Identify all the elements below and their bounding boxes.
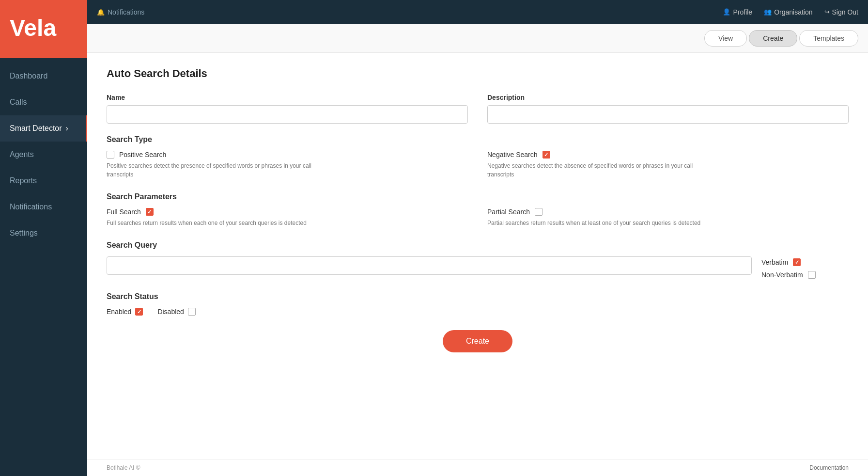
documentation-link[interactable]: Documentation [809,464,849,471]
description-label: Description [487,94,849,101]
search-type-row: Positive Search Positive searches detect… [107,151,849,179]
search-type-title: Search Type [107,135,849,144]
name-group: Name [107,94,468,124]
sidebar-item-label: Calls [10,98,27,107]
verbatim-group: Verbatim Non-Verbatim [761,256,849,279]
sidebar: Vela Dashboard Calls Smart Detector › Ag… [0,0,87,476]
negative-search-desc: Negative searches detect the absence of … [487,161,710,179]
search-query-title: Search Query [107,241,849,250]
search-query-section: Search Query Verbatim Non-Verbatim [107,241,849,279]
logo-text: Vela [10,16,56,40]
partial-search-item: Partial Search Partial searches return r… [487,208,849,227]
disabled-label: Disabled [157,308,184,316]
search-params-row: Full Search Full searches return results… [107,208,849,227]
search-params-title: Search Parameters [107,192,849,201]
search-status-row: Enabled Disabled [107,308,849,316]
search-query-row: Verbatim Non-Verbatim [107,256,849,279]
search-status-title: Search Status [107,292,849,301]
signout-link[interactable]: Sign Out [824,8,858,16]
search-type-section: Search Type Positive Search Positive sea… [107,135,849,179]
full-search-desc: Full searches return results when each o… [107,219,329,227]
negative-search-checkbox[interactable] [542,151,550,159]
verbatim-label: Verbatim [761,258,788,266]
verbatim-item: Verbatim [761,258,849,266]
positive-search-label-row: Positive Search [107,151,468,159]
profile-link[interactable]: Profile [723,8,752,16]
disabled-checkbox[interactable] [188,308,196,316]
sidebar-nav: Dashboard Calls Smart Detector › Agents … [0,58,87,476]
chevron-right-icon: › [66,124,68,133]
topbar-left: Notifications [97,8,144,16]
organisation-label: Organisation [774,8,812,16]
search-params-section: Search Parameters Full Search Full searc… [107,192,849,227]
sidebar-logo: Vela [0,0,87,58]
sidebar-item-label: Reports [10,176,37,185]
non-verbatim-label: Non-Verbatim [761,271,803,279]
description-group: Description [487,94,849,124]
negative-search-label-row: Negative Search [487,151,849,159]
positive-search-desc: Positive searches detect the presence of… [107,161,329,179]
sidebar-item-label: Smart Detector [10,124,62,133]
topbar: Notifications Profile Organisation Sign … [87,0,868,24]
enabled-item: Enabled [107,308,143,316]
full-search-label-row: Full Search [107,208,468,216]
search-query-input[interactable] [107,256,752,275]
enabled-checkbox[interactable] [135,308,143,316]
positive-search-item: Positive Search Positive searches detect… [107,151,468,179]
negative-search-label: Negative Search [487,151,538,159]
signout-label: Sign Out [832,8,858,16]
topbar-right: Profile Organisation Sign Out [723,8,858,16]
sidebar-item-calls[interactable]: Calls [0,89,87,115]
partial-search-label: Partial Search [487,208,530,216]
name-description-row: Name Description [107,94,849,124]
footer: Botlhale AI © Documentation [87,459,868,476]
main-area: Notifications Profile Organisation Sign … [87,0,868,476]
full-search-checkbox[interactable] [146,208,154,216]
tab-view[interactable]: View [704,30,747,47]
person-icon [723,8,730,16]
full-search-label: Full Search [107,208,141,216]
verbatim-checkbox[interactable] [793,258,801,266]
sidebar-item-agents[interactable]: Agents [0,142,87,168]
non-verbatim-checkbox[interactable] [808,271,816,279]
profile-label: Profile [733,8,752,16]
sidebar-item-notifications[interactable]: Notifications [0,194,87,220]
sidebar-item-settings[interactable]: Settings [0,220,87,246]
negative-search-item: Negative Search Negative searches detect… [487,151,849,179]
search-query-input-wrap [107,256,752,275]
partial-search-label-row: Partial Search [487,208,849,216]
sidebar-item-label: Notifications [10,203,52,211]
page-title: Auto Search Details [107,67,849,80]
description-input[interactable] [487,105,849,124]
partial-search-checkbox[interactable] [535,208,542,216]
enabled-label: Enabled [107,308,131,316]
disabled-item: Disabled [157,308,195,316]
sidebar-item-label: Settings [10,229,38,238]
sidebar-item-dashboard[interactable]: Dashboard [0,63,87,89]
content-area: Auto Search Details Name Description Sea… [87,53,868,459]
tab-templates[interactable]: Templates [799,30,858,47]
positive-search-label: Positive Search [119,151,166,159]
non-verbatim-item: Non-Verbatim [761,271,849,279]
search-status-section: Search Status Enabled Disabled [107,292,849,316]
create-button[interactable]: Create [443,330,512,352]
copyright-text: Botlhale AI © [107,464,140,471]
signout-icon [824,8,830,16]
subnav: View Create Templates [87,24,868,53]
topbar-notifications-label[interactable]: Notifications [108,8,144,16]
sidebar-item-smart-detector[interactable]: Smart Detector › [0,115,87,142]
sidebar-item-label: Dashboard [10,72,47,80]
sidebar-item-reports[interactable]: Reports [0,168,87,194]
sidebar-item-label: Agents [10,150,34,159]
positive-search-checkbox[interactable] [107,151,114,159]
name-label: Name [107,94,468,101]
tab-create[interactable]: Create [749,30,797,47]
name-input[interactable] [107,105,468,124]
bell-icon [97,8,105,16]
organisation-link[interactable]: Organisation [764,8,812,16]
full-search-item: Full Search Full searches return results… [107,208,468,227]
partial-search-desc: Partial searches return results when at … [487,219,710,227]
group-icon [764,8,772,16]
